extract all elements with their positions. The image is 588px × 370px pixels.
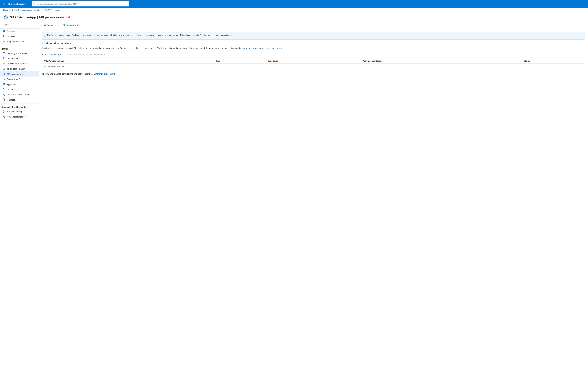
svg-rect-17 (4, 83, 5, 84)
hamburger-menu[interactable]: ☰ (3, 2, 5, 6)
refresh-icon: ↺ (44, 24, 46, 26)
sidebar-label-api-permissions: API permissions (7, 73, 23, 75)
topbar: ☰ Microsoft Azure 🔍 (0, 0, 588, 8)
sidebar-label-manifest: Manifest (7, 99, 15, 101)
sidebar-label-overview: Overview (7, 30, 15, 32)
global-search: 🔍 (32, 1, 129, 6)
add-permission-label: Add a permission (44, 53, 61, 56)
sidebar-item-quickstart[interactable]: Quickstart (0, 34, 39, 39)
rocket-icon (2, 35, 5, 38)
sidebar-divider-1 (0, 45, 39, 45)
app-name-part: SAFE-Azure-App (10, 15, 36, 19)
page-header-actions: 📌 ··· (67, 15, 76, 20)
sidebar-divider-2 (0, 103, 39, 104)
sidebar-label-certificates: Certificates & secrets (7, 63, 27, 65)
sidebar-item-integration[interactable]: Integration assistant (0, 39, 39, 44)
sidebar-item-roles-admins[interactable]: Roles and administrators (0, 92, 39, 97)
sidebar-item-owners[interactable]: Owners (0, 87, 39, 92)
sidebar-item-token[interactable]: Token configuration (0, 66, 39, 71)
sidebar-search-container: « (0, 21, 39, 29)
sidebar-label-app-roles: App roles (7, 83, 16, 85)
configured-permissions-section: Configured permissions Applications are … (39, 42, 588, 78)
svg-rect-3 (3, 30, 4, 31)
manage-section-label: Manage (0, 46, 39, 51)
support-section-label: Support + Troubleshooting (0, 105, 39, 109)
learn-more-link[interactable]: Learn more about permissions and consent (242, 47, 282, 49)
svg-point-22 (3, 94, 4, 95)
search-icon: 🔍 (33, 3, 36, 5)
section-desc-text: Applications are authorized to call APIs… (42, 47, 241, 49)
svg-rect-18 (3, 85, 4, 85)
grant-consent-label: Grant admin consent for Default Director… (66, 53, 105, 56)
integration-icon (2, 40, 5, 43)
svg-point-10 (3, 57, 4, 58)
sidebar-label-quickstart: Quickstart (7, 35, 16, 38)
sidebar-item-authentication[interactable]: Authentication (0, 56, 39, 61)
enterprise-apps-link[interactable]: Enterprise applications. (94, 73, 116, 75)
content-toolbar: ↺ Refresh Got feedback? (39, 21, 588, 29)
breadcrumb-app-registrations[interactable]: Default Directory | App registrations (11, 9, 42, 11)
page-title: SAFE-Azure-App | API permissions (10, 15, 64, 19)
api-icon (2, 73, 5, 75)
grid-icon (2, 30, 5, 33)
page-header: SAFE-Azure-App | API permissions 📌 ··· (0, 13, 588, 21)
sidebar-item-overview[interactable]: Overview (0, 29, 39, 34)
svg-rect-4 (4, 30, 5, 31)
sidebar-item-manifest[interactable]: Manifest (0, 97, 39, 102)
sidebar-item-troubleshooting[interactable]: Troubleshooting (0, 109, 39, 114)
footer-text: To view and manage permissions and user … (42, 73, 93, 75)
sidebar-label-authentication: Authentication (7, 57, 20, 60)
sidebar-item-expose-api[interactable]: Expose an API (0, 76, 39, 82)
svg-point-30 (4, 112, 4, 112)
sidebar-item-api-permissions[interactable]: API permissions (0, 71, 39, 76)
owners-icon (2, 88, 5, 91)
svg-rect-6 (4, 31, 5, 32)
branding-icon (2, 52, 5, 55)
table-row-empty: No permissions added (42, 63, 585, 69)
section-part: API permissions (39, 15, 64, 19)
empty-table-message: No permissions added (42, 63, 585, 69)
refresh-button[interactable]: ↺ Refresh (42, 23, 56, 27)
grant-consent-button[interactable]: ✓ Grant admin consent for Default Direct… (63, 53, 105, 56)
svg-point-32 (4, 116, 5, 116)
sidebar-collapse-icon[interactable]: « (34, 23, 37, 26)
feedback-icon (63, 24, 65, 27)
svg-point-2 (5, 16, 6, 17)
sidebar: « Overview Quickstart Integration assist… (0, 21, 39, 370)
content-area: ↺ Refresh Got feedback? ℹ The "Admin con… (39, 21, 588, 370)
svg-rect-19 (4, 85, 5, 85)
table-header-row: API / Permissions name Type Description … (42, 59, 585, 63)
svg-point-20 (3, 89, 4, 89)
checkmark-icon: ✓ (63, 53, 65, 56)
expose-icon (2, 78, 5, 81)
col-admin-consent: Admin consent requ... (361, 59, 522, 63)
approles-icon (2, 83, 5, 86)
sidebar-item-new-support[interactable]: New support request (0, 114, 39, 119)
svg-point-7 (4, 36, 4, 36)
permissions-table: API / Permissions name Type Description … (42, 59, 585, 69)
roles-icon (2, 93, 5, 96)
svg-point-15 (3, 79, 4, 79)
svg-rect-5 (3, 31, 4, 32)
configured-permissions-title: Configured permissions (42, 42, 585, 45)
sidebar-item-app-roles[interactable]: App roles (0, 82, 39, 87)
sidebar-label-roles-admins: Roles and administrators (7, 94, 30, 96)
breadcrumb-app-name[interactable]: SAFE-Azure-App (45, 9, 60, 11)
sidebar-item-branding[interactable]: Branding & properties (0, 51, 39, 56)
pin-icon[interactable]: 📌 (67, 15, 71, 20)
svg-point-31 (3, 116, 4, 117)
global-search-input[interactable] (32, 1, 129, 6)
svg-point-21 (4, 89, 5, 89)
svg-rect-16 (3, 83, 4, 84)
footer-note: To view and manage permissions and user … (42, 73, 585, 75)
sidebar-item-certificates[interactable]: Certificates & secrets (0, 61, 39, 66)
add-permission-button[interactable]: + Add a permission (42, 53, 61, 57)
breadcrumb-home[interactable]: Home (3, 9, 8, 11)
app-icon-svg (3, 15, 8, 20)
feedback-button[interactable]: Got feedback? (60, 23, 82, 28)
more-options-icon[interactable]: ··· (73, 15, 76, 19)
sidebar-search-input[interactable] (2, 23, 33, 27)
sidebar-label-owners: Owners (7, 88, 14, 91)
info-icon: ℹ (44, 34, 45, 38)
cert-icon (2, 62, 5, 65)
